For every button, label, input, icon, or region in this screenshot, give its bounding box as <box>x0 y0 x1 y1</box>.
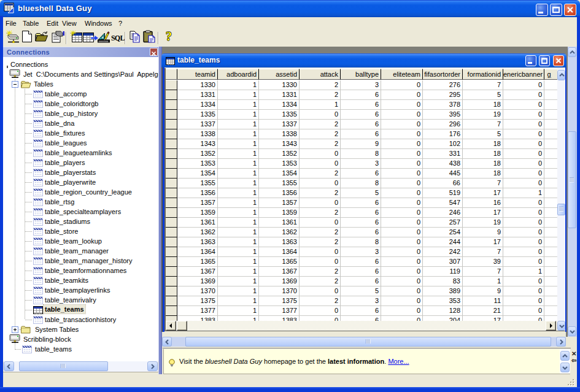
svg-text:?: ? <box>166 29 172 43</box>
